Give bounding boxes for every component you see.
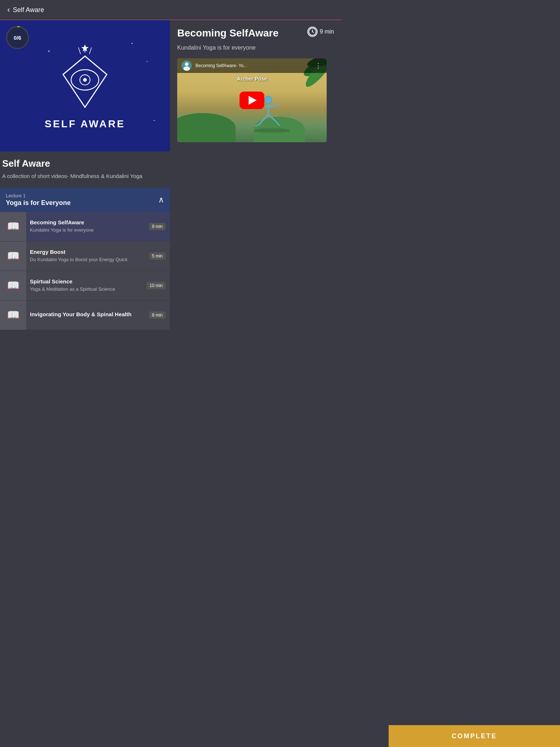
lecture-section: Lecture 1 Yoga is for Everyone ∧ 📖 Becom… <box>0 188 170 330</box>
lecture-name: Yoga is for Everyone <box>6 199 71 207</box>
video-icon-box: 📖 <box>0 241 26 271</box>
lecture-number: Lecture 1 <box>6 193 71 198</box>
chevron-up-icon: ∧ <box>158 195 164 205</box>
star-decoration: ✦ <box>131 42 133 45</box>
video-duration: 9 min <box>149 223 166 230</box>
video-info: Spirtual Science Yoga & Meditation as a … <box>26 274 147 297</box>
progress-indicator: 0/6 <box>5 25 30 51</box>
svg-line-12 <box>312 32 314 32</box>
star-decoration: ✦ <box>153 119 155 122</box>
video-subtitle: Kundalini Yoga is for everyone <box>30 227 145 233</box>
book-icon: 📖 <box>7 279 20 291</box>
chevron-left-icon: ‹ <box>7 5 10 15</box>
video-title: Energy Boost <box>30 249 145 255</box>
header: ‹ Self Aware <box>0 0 341 20</box>
video-item[interactable]: 📖 Becoming SelfAware Kundalini Yoga is f… <box>0 212 170 241</box>
clock-icon <box>307 27 318 37</box>
back-label: Self Aware <box>13 6 44 14</box>
channel-icon <box>182 61 192 71</box>
svg-line-25 <box>256 124 259 126</box>
left-column: ✦ ✦ ✦ ✦ 0/6 <box>0 20 170 330</box>
video-duration: 8 min <box>149 311 166 319</box>
right-header: Becoming SelfAware 9 min <box>177 27 334 39</box>
svg-point-18 <box>183 66 190 71</box>
right-column: Becoming SelfAware 9 min Kundalini Yoga … <box>170 20 341 149</box>
right-subtitle: Kundalini Yoga is for everyone <box>177 44 334 51</box>
svg-line-23 <box>259 115 268 124</box>
progress-ring: 0/6 <box>5 25 30 50</box>
video-title: Invigorating Your Body & Spinal Health <box>30 311 145 317</box>
hero-image: ✦ ✦ ✦ ✦ 0/6 <box>0 20 170 151</box>
svg-point-19 <box>265 96 272 104</box>
youtube-thumbnail[interactable]: Becoming SelfAware- Yo... ⋮ Archer Pose <box>177 58 327 142</box>
play-triangle-icon <box>249 96 257 105</box>
book-icon: 📖 <box>7 220 20 232</box>
svg-line-7 <box>78 47 81 54</box>
video-icon-box: 📖 <box>0 271 26 300</box>
video-title: Becoming SelfAware <box>30 219 145 225</box>
duration-label: 9 min <box>320 28 334 35</box>
play-button[interactable] <box>240 92 264 109</box>
video-icon-box: 📖 <box>0 301 26 330</box>
more-options-icon[interactable]: ⋮ <box>315 62 322 70</box>
star-decoration: ✦ <box>47 49 50 53</box>
video-item[interactable]: 📖 Energy Boost Do Kundalini Yoga to Boos… <box>0 241 170 271</box>
video-duration: 5 min <box>149 252 166 260</box>
video-item[interactable]: 📖 Invigorating Your Body & Spinal Health… <box>0 301 170 330</box>
hero-title: SELF AWARE <box>45 118 125 130</box>
course-info: Self Aware A collection of short videos-… <box>0 151 170 184</box>
lecture-header[interactable]: Lecture 1 Yoga is for Everyone ∧ <box>0 188 170 212</box>
video-title: Spirtual Science <box>30 278 143 285</box>
right-title: Becoming SelfAware <box>177 27 279 39</box>
youtube-video-title: Becoming SelfAware- Yo... <box>195 63 311 68</box>
bush-left <box>177 113 236 142</box>
self-aware-logo <box>48 42 121 115</box>
course-description: A collection of short videos- Mindfulnes… <box>2 172 165 181</box>
video-duration: 10 min <box>147 282 166 289</box>
pose-label: Archer Pose <box>177 76 327 82</box>
youtube-top-bar: Becoming SelfAware- Yo... ⋮ <box>177 58 327 73</box>
svg-line-24 <box>268 115 276 122</box>
book-icon: 📖 <box>7 250 20 262</box>
time-badge: 9 min <box>307 27 334 37</box>
star-decoration: ✦ <box>146 60 148 63</box>
svg-line-8 <box>89 47 92 54</box>
video-icon-box: 📖 <box>0 212 26 241</box>
video-info: Energy Boost Do Kundalini Yoga to Boost … <box>26 244 149 267</box>
video-info: Invigorating Your Body & Spinal Health <box>26 307 149 323</box>
back-button[interactable]: ‹ Self Aware <box>7 5 44 15</box>
main-layout: ✦ ✦ ✦ ✦ 0/6 <box>0 20 341 330</box>
progress-text: 0/6 <box>14 35 22 41</box>
svg-line-26 <box>276 122 279 125</box>
svg-line-22 <box>268 104 279 107</box>
book-icon: 📖 <box>7 309 20 321</box>
figure-shadow <box>254 128 290 133</box>
svg-point-5 <box>83 78 87 82</box>
svg-point-17 <box>185 62 188 66</box>
video-subtitle: Yoga & Meditation as a Spiritual Science <box>30 286 143 293</box>
video-subtitle: Do Kundalini Yoga to Boost your Energy Q… <box>30 256 145 263</box>
video-info: Becoming SelfAware Kundalini Yoga is for… <box>26 215 149 238</box>
course-title: Self Aware <box>2 158 165 169</box>
video-item[interactable]: 📖 Spirtual Science Yoga & Meditation as … <box>0 271 170 301</box>
